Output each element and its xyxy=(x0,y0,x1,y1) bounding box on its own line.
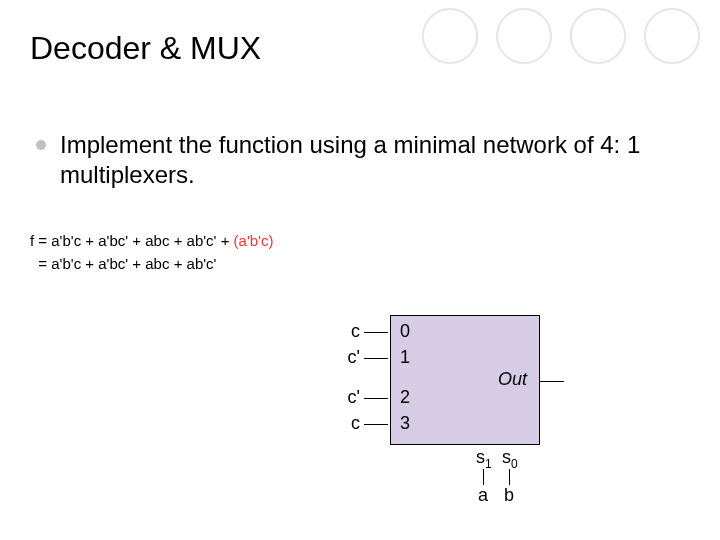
circle-icon xyxy=(496,8,552,64)
sel-sub: 0 xyxy=(511,457,518,471)
sel-s: s xyxy=(476,447,485,467)
bullet-text: Implement the function using a minimal n… xyxy=(60,130,700,190)
eq1-pre: f = a'b'c + a'bc' + abc + ab'c' + xyxy=(30,232,234,249)
circle-icon xyxy=(422,8,478,64)
mux-input-label-3: c xyxy=(330,413,360,434)
mux-diagram: c 0 c' 1 c' 2 c 3 Out s1 s0 a b xyxy=(300,315,640,515)
mux-input-label-0: c xyxy=(330,321,360,342)
mux-num-2: 2 xyxy=(400,387,410,408)
decorative-circles xyxy=(422,8,700,64)
mux-num-3: 3 xyxy=(400,413,410,434)
equation-block: f = a'b'c + a'bc' + abc + ab'c' + (a'b'c… xyxy=(30,230,273,275)
mux-sel-label-1: s1 xyxy=(476,447,492,471)
mux-sel-wire xyxy=(509,469,510,485)
equation-line-2: = a'b'c + a'bc' + abc + ab'c' xyxy=(30,253,273,276)
mux-input-wire xyxy=(364,398,388,399)
mux-sel-wire xyxy=(483,469,484,485)
circle-icon xyxy=(644,8,700,64)
eq1-highlight: (a'b'c) xyxy=(234,232,274,249)
mux-sel-label-0: s0 xyxy=(502,447,518,471)
mux-num-0: 0 xyxy=(400,321,410,342)
mux-input-label-1: c' xyxy=(330,347,360,368)
mux-input-label-2: c' xyxy=(330,387,360,408)
sel-sub: 1 xyxy=(485,457,492,471)
bullet-icon xyxy=(36,140,46,150)
mux-sel-input-b: b xyxy=(504,485,514,506)
mux-out-wire xyxy=(540,381,564,382)
bullet-item: Implement the function using a minimal n… xyxy=(36,130,700,190)
mux-sel-input-a: a xyxy=(478,485,488,506)
equation-line-1: f = a'b'c + a'bc' + abc + ab'c' + (a'b'c… xyxy=(30,230,273,253)
circle-icon xyxy=(570,8,626,64)
page-title: Decoder & MUX xyxy=(30,30,261,67)
mux-out-label: Out xyxy=(498,369,527,390)
mux-input-wire xyxy=(364,332,388,333)
mux-input-wire xyxy=(364,424,388,425)
mux-input-wire xyxy=(364,358,388,359)
sel-s: s xyxy=(502,447,511,467)
mux-num-1: 1 xyxy=(400,347,410,368)
